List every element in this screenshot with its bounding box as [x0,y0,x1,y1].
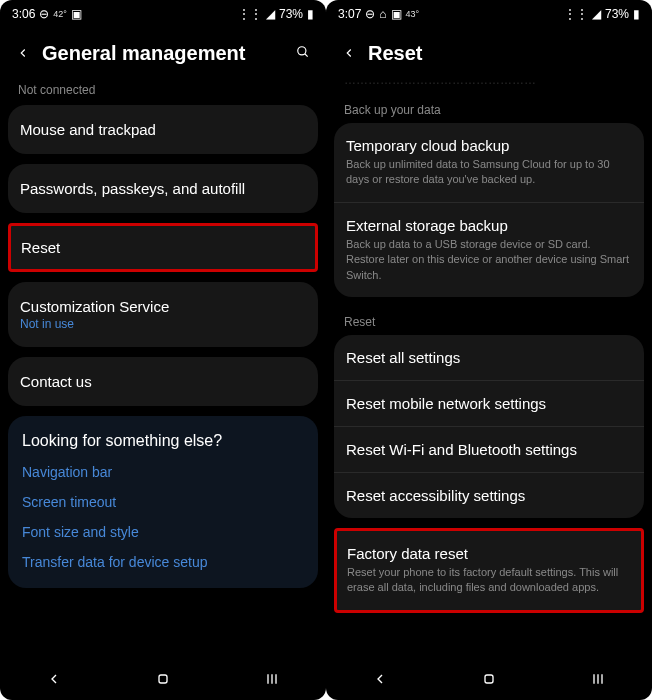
header: Reset [326,28,652,79]
status-time: 3:06 [12,7,35,21]
do-not-disturb-icon: ⊖ [39,7,49,21]
external-backup-item[interactable]: External storage backup Back up data to … [334,203,644,297]
reset-wifi-bt-item[interactable]: Reset Wi-Fi and Bluetooth settings [334,427,644,473]
not-connected-label: Not connected [8,79,318,105]
item-label: Reset [21,239,305,256]
link-font-size[interactable]: Font size and style [22,524,304,540]
svg-point-0 [298,47,306,55]
svg-rect-2 [485,675,493,683]
svg-rect-1 [159,675,167,683]
looking-card: Looking for something else? Navigation b… [8,416,318,588]
item-label: Passwords, passkeys, and autofill [20,180,306,197]
item-desc: Back up data to a USB storage device or … [346,237,632,283]
battery-percent: 73% [279,7,303,21]
status-right: ⋮⋮ ◢ 73% ▮ [564,7,640,21]
factory-reset-card: Factory data reset Reset your phone to i… [334,528,644,613]
phone-left: 3:06 ⊖ 42° ▣ ⋮⋮ ◢ 73% ▮ General manageme… [0,0,326,700]
contact-item[interactable]: Contact us [8,357,318,406]
battery-icon: ▮ [633,7,640,21]
content-right: ………………………………………… Back up your data Tempo… [326,79,652,662]
item-title: External storage backup [346,217,632,234]
link-navigation-bar[interactable]: Navigation bar [22,464,304,480]
nav-back-icon[interactable] [46,671,62,691]
item-title: Reset accessibility settings [346,487,632,504]
item-desc: Reset your phone to its factory default … [347,565,631,596]
customization-item[interactable]: Customization Service Not in use [8,282,318,347]
link-transfer-data[interactable]: Transfer data for device setup [22,554,304,570]
status-time: 3:07 [338,7,361,21]
backup-section-label: Back up your data [334,95,644,123]
mouse-trackpad-item[interactable]: Mouse and trackpad [8,105,318,154]
status-temp: 42° [53,9,67,19]
reset-section-label: Reset [334,307,644,335]
nav-bar [0,662,326,700]
back-icon[interactable] [342,42,356,65]
looking-title: Looking for something else? [22,432,304,450]
app-icon: ⌂ [379,7,386,21]
item-desc: Back up unlimited data to Samsung Cloud … [346,157,632,188]
signal-icon: ◢ [266,7,275,21]
reset-mobile-item[interactable]: Reset mobile network settings [334,381,644,427]
status-bar: 3:07 ⊖ ⌂ ▣ 43° ⋮⋮ ◢ 73% ▮ [326,0,652,28]
nav-recents-icon[interactable] [264,671,280,691]
factory-reset-item[interactable]: Factory data reset Reset your phone to i… [337,531,641,610]
reset-accessibility-item[interactable]: Reset accessibility settings [334,473,644,518]
nav-home-icon[interactable] [481,671,497,691]
do-not-disturb-icon: ⊖ [365,7,375,21]
status-left: 3:07 ⊖ ⌂ ▣ 43° [338,7,419,21]
item-title: Factory data reset [347,545,631,562]
battery-icon: ▮ [307,7,314,21]
battery-percent: 73% [605,7,629,21]
status-left: 3:06 ⊖ 42° ▣ [12,7,82,21]
item-title: Reset Wi-Fi and Bluetooth settings [346,441,632,458]
image-icon: ▣ [71,7,82,21]
item-label: Customization Service [20,298,306,315]
wifi-icon: ⋮⋮ [564,7,588,21]
nav-home-icon[interactable] [155,671,171,691]
nav-bar [326,662,652,700]
page-title: Reset [368,42,636,65]
header: General management [0,28,326,79]
page-title: General management [42,42,284,65]
nav-recents-icon[interactable] [590,671,606,691]
cloud-backup-item[interactable]: Temporary cloud backup Back up unlimited… [334,123,644,203]
link-screen-timeout[interactable]: Screen timeout [22,494,304,510]
signal-icon: ◢ [592,7,601,21]
item-label: Mouse and trackpad [20,121,306,138]
back-icon[interactable] [16,42,30,65]
nav-back-icon[interactable] [372,671,388,691]
item-title: Temporary cloud backup [346,137,632,154]
item-title: Reset all settings [346,349,632,366]
content-left: Not connected Mouse and trackpad Passwor… [0,79,326,662]
backup-card: Temporary cloud backup Back up unlimited… [334,123,644,297]
reset-card: Reset all settings Reset mobile network … [334,335,644,518]
truncated-text: ………………………………………… [334,79,644,95]
item-label: Contact us [20,373,306,390]
search-icon[interactable] [296,43,310,64]
reset-item[interactable]: Reset [8,223,318,272]
status-bar: 3:06 ⊖ 42° ▣ ⋮⋮ ◢ 73% ▮ [0,0,326,28]
phone-right: 3:07 ⊖ ⌂ ▣ 43° ⋮⋮ ◢ 73% ▮ Reset ……………………… [326,0,652,700]
wifi-icon: ⋮⋮ [238,7,262,21]
status-temp: 43° [406,9,420,19]
item-sublabel: Not in use [20,317,306,331]
image-icon: ▣ [391,7,402,21]
item-title: Reset mobile network settings [346,395,632,412]
reset-all-item[interactable]: Reset all settings [334,335,644,381]
passwords-item[interactable]: Passwords, passkeys, and autofill [8,164,318,213]
status-right: ⋮⋮ ◢ 73% ▮ [238,7,314,21]
